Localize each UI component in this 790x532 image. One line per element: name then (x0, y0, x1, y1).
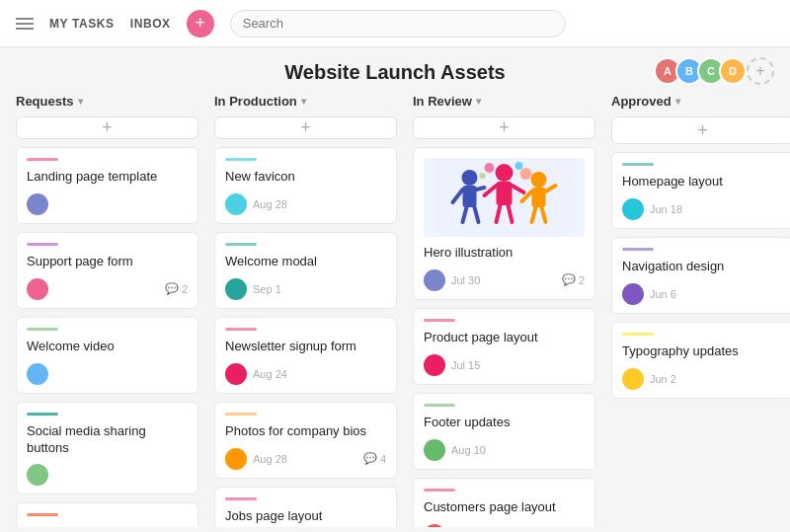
chevron-down-icon[interactable]: ▾ (78, 96, 83, 107)
card-footer (27, 193, 188, 215)
card-footer: Jul 30💬2 (424, 269, 585, 291)
column-label: Approved (611, 94, 672, 109)
card-footer: Jun 6 (622, 283, 783, 305)
card-date: Aug 28 (253, 198, 287, 210)
card-footer: Aug 12 (424, 524, 585, 527)
card-title: Welcome modal (225, 254, 386, 270)
card[interactable]: Homepage layoutJun 18 (611, 152, 790, 229)
card-footer: Jul 15 (424, 354, 585, 376)
card[interactable]: Jobs page layoutSep 3💬4 (214, 487, 397, 527)
card-footer: Aug 28 (225, 193, 386, 215)
card-date: Jul 30 (451, 274, 480, 286)
comment-icon: 💬 (165, 282, 179, 295)
card-title: Welcome video (27, 339, 188, 355)
card-title: Feature image for blog (27, 524, 188, 527)
chevron-down-icon[interactable]: ▾ (301, 96, 306, 107)
column-label: In Review (413, 94, 472, 109)
inbox-nav[interactable]: INBOX (130, 17, 171, 31)
column-add-button[interactable]: + (611, 116, 790, 144)
column-header-in-review: In Review▾ (413, 94, 595, 109)
card[interactable]: Social media sharing buttons (16, 402, 198, 495)
column-header-in-production: In Production▾ (214, 94, 397, 109)
card[interactable]: New faviconAug 28 (214, 147, 397, 224)
column-add-button[interactable]: + (214, 116, 397, 139)
column-add-button[interactable]: + (16, 116, 198, 139)
card[interactable]: Hero illustrationJul 30💬2 (413, 147, 595, 300)
card-date: Jun 18 (650, 203, 682, 215)
column-header-approved: Approved▾ (611, 94, 790, 109)
card-avatar (622, 198, 644, 220)
card-date: Jun 6 (650, 288, 676, 300)
card-avatar (27, 363, 48, 385)
card-date: Jun 2 (650, 373, 676, 385)
card-stripe (225, 243, 257, 246)
svg-rect-14 (532, 188, 546, 207)
chevron-down-icon[interactable]: ▾ (476, 96, 481, 107)
card-stripe (225, 328, 257, 331)
card-footer (27, 363, 188, 385)
column-in-review: In Review▾+ (413, 94, 595, 511)
card-avatar (225, 278, 247, 300)
card[interactable]: Welcome video (16, 317, 198, 394)
card[interactable]: Footer updatesAug 10 (413, 393, 595, 470)
comment-icon: 💬 (363, 452, 377, 465)
card-title: Newsletter signup form (225, 339, 386, 355)
card-date: Aug 28 (253, 453, 287, 465)
card-avatar (622, 283, 644, 305)
card-date: Aug 10 (451, 444, 486, 456)
card-stripe (622, 333, 654, 336)
svg-line-4 (477, 188, 485, 190)
search-container (230, 10, 566, 38)
card[interactable]: Welcome modalSep 1 (214, 232, 397, 309)
card-footer: Sep 1 (225, 278, 386, 300)
card[interactable]: Typography updatesJun 2 (611, 322, 790, 399)
page-title-bar: Website Launch Assets ABCD+ (0, 47, 790, 94)
card[interactable]: Support page form💬2 (16, 232, 198, 309)
column-in-production: In Production▾+New faviconAug 28Welcome … (214, 94, 397, 511)
card[interactable]: Feature image for blog (16, 502, 198, 527)
column-add-button[interactable]: + (413, 116, 595, 139)
chevron-down-icon[interactable]: ▾ (675, 96, 680, 107)
search-input[interactable] (230, 10, 566, 38)
card-date: Sep 1 (253, 283, 281, 295)
card[interactable]: Customers page layoutAug 12 (413, 478, 595, 527)
card-stripe (424, 489, 455, 492)
svg-rect-2 (463, 186, 477, 207)
card-avatar (27, 193, 48, 215)
comment-count: 4 (380, 453, 386, 465)
card[interactable]: Newsletter signup formAug 24 (214, 317, 397, 394)
hamburger-menu[interactable] (16, 18, 34, 30)
card-comments: 💬4 (363, 452, 386, 465)
card-title: Support page form (27, 254, 188, 270)
svg-point-1 (462, 170, 478, 186)
card[interactable]: Photos for company biosAug 28💬4 (214, 402, 397, 479)
card[interactable]: Product page layoutJul 15 (413, 308, 595, 385)
svg-point-20 (515, 162, 523, 170)
card-avatar (424, 354, 445, 376)
svg-point-21 (480, 173, 486, 179)
card-avatar (622, 368, 644, 390)
card-footer: Jun 2 (622, 368, 783, 390)
add-button[interactable]: + (187, 10, 214, 38)
my-tasks-nav[interactable]: MY TASKS (49, 17, 115, 31)
card-avatar (225, 363, 247, 385)
add-member-button[interactable]: + (747, 57, 774, 85)
card-footer: 💬2 (27, 278, 188, 300)
comment-icon: 💬 (562, 273, 576, 286)
card-footer: Aug 10 (424, 439, 585, 461)
header-avatar: D (719, 57, 747, 85)
card[interactable]: Landing page template (16, 147, 198, 224)
comment-count: 2 (579, 274, 585, 286)
header-avatars: ABCD+ (660, 57, 774, 85)
card-stripe (27, 513, 58, 516)
card-title: Typography updates (622, 343, 783, 360)
card-title: Photos for company bios (225, 423, 386, 440)
card[interactable]: Navigation designJun 6 (611, 237, 790, 314)
card-stripe (27, 328, 58, 331)
card-title: Social media sharing buttons (27, 423, 188, 457)
comment-count: 2 (182, 283, 188, 295)
card-title: Customers page layout (424, 499, 585, 516)
card-avatar (225, 448, 247, 470)
card-title: Jobs page layout (225, 508, 386, 525)
card-stripe (27, 413, 58, 416)
